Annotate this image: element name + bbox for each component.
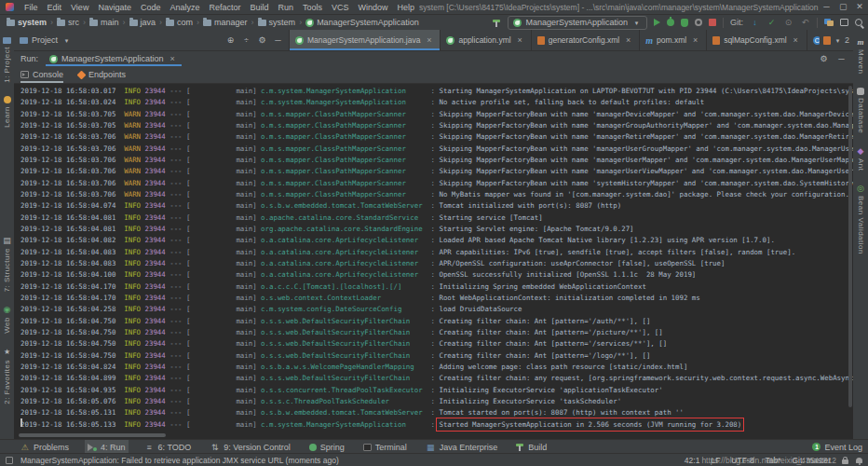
close-icon[interactable] [791, 35, 801, 45]
tool-window-button-maven[interactable]: mMaven [856, 37, 866, 75]
editor-tab-securityconfig-java[interactable]: CSecurityConfig.java [807, 30, 820, 50]
close-icon[interactable] [168, 54, 178, 63]
tool-window-button-build[interactable]: Build [513, 440, 549, 454]
settings-icon[interactable] [819, 54, 829, 63]
tool-window-button-6-todo[interactable]: 6: TODO [142, 440, 195, 454]
menu-view[interactable]: View [66, 3, 93, 12]
hide-tool-window-icon[interactable] [836, 54, 847, 63]
menu-vcs[interactable]: VCS [327, 3, 354, 12]
project-panel-header[interactable]: Project [14, 30, 290, 50]
tool-window-button-bean-validation[interactable]: Bean Validation [856, 184, 866, 254]
close-icon[interactable] [623, 35, 633, 45]
editor-tab-application-yml[interactable]: application.yml [441, 30, 531, 50]
settings-icon[interactable] [257, 35, 267, 45]
vertical-scrollbar[interactable] [848, 86, 852, 407]
tool-window-button-problems[interactable]: Problems [17, 440, 72, 454]
menu-file[interactable]: File [20, 3, 43, 12]
breadcrumb-item-managersystemapplication[interactable]: ManagerSystemApplication [305, 18, 420, 27]
log-line: 2019-12-18 16:58:04.083 INFO 23944 --- [… [20, 258, 853, 269]
log-line: 2019-12-18 16:58:03.706 WARN 23944 --- [… [20, 144, 853, 155]
vcs-commit-button[interactable] [766, 18, 777, 27]
editor-tab-sqlmapconfig-xml[interactable]: sqlMapConfig.xml [707, 30, 807, 50]
locate-file-icon[interactable] [225, 35, 236, 45]
breadcrumb-item-java[interactable]: java [129, 18, 157, 27]
tool-window-button-java-enterprise[interactable]: Java Enterprise [423, 440, 501, 454]
history-icon[interactable] [783, 18, 793, 27]
horizontal-scrollbar[interactable] [19, 433, 166, 437]
tool-window-button-terminal[interactable]: Terminal [360, 440, 410, 454]
hidden-tabs-chip[interactable]: 2 [820, 30, 853, 50]
right-tool-window-stripe: mMavenDatabaseAntBean Validation [852, 30, 868, 440]
breadcrumb-item-manager[interactable]: manager [202, 18, 249, 27]
breadcrumb-item-system[interactable]: system [257, 18, 297, 27]
menu-run[interactable]: Run [274, 3, 299, 12]
menu-edit[interactable]: Edit [43, 3, 67, 12]
menu-code[interactable]: Code [136, 3, 166, 12]
log-message: Root WebApplicationContext: initializati… [439, 294, 699, 302]
run-configuration-select[interactable]: ManagerSystemApplication [508, 16, 647, 30]
tool-window-button-spring[interactable]: Spring [306, 440, 347, 454]
profiler-button[interactable] [695, 19, 702, 26]
rollback-icon[interactable] [800, 18, 810, 27]
tool-window-button-2-favorites[interactable]: 2: Favorites [2, 347, 12, 404]
editor-tab-generatorconfig-xml[interactable]: generatorConfig.xml [532, 30, 641, 50]
tool-window-button-9-version-control[interactable]: 9: Version Control [207, 440, 293, 454]
main-area: Project ManagerSystemApplication.javaapp… [14, 30, 853, 440]
console-output[interactable]: 2019-12-18 16:58:03.017 INFO 23944 --- [… [14, 84, 853, 440]
status-utf-8[interactable]: UTF-8 [731, 456, 753, 465]
editor-tab-pom-xml[interactable]: mpom.xml [640, 30, 707, 50]
stop-button[interactable] [709, 19, 716, 26]
tool-window-button-learn[interactable]: Learn [3, 96, 11, 128]
lock-icon[interactable] [842, 459, 848, 464]
menu-window[interactable]: Window [354, 3, 393, 12]
coverage-button[interactable] [681, 19, 688, 27]
toggle-tool-window-bars-icon[interactable] [6, 457, 13, 464]
run-button[interactable] [654, 19, 660, 26]
maximize-button[interactable]: ▢ [834, 0, 851, 14]
status-42-1[interactable]: 42:1 [685, 456, 700, 465]
hide-panel-icon[interactable] [273, 35, 283, 45]
close-icon[interactable] [515, 35, 525, 45]
terminal-icon [363, 444, 372, 451]
tab-endpoints[interactable]: Endpoints [78, 66, 126, 83]
tool-window-button-1-project[interactable]: 1: Project [3, 37, 11, 83]
project-structure-icon[interactable] [824, 19, 834, 26]
status-lf[interactable]: LF [711, 456, 720, 465]
tool-window-button-web[interactable]: Web [2, 305, 12, 334]
build-hammer-icon[interactable] [493, 19, 501, 27]
tool-window-button-4-run[interactable]: 4: Run [85, 440, 129, 454]
menu-refactor[interactable]: Refactor [204, 3, 245, 12]
spring-boot-icon [49, 55, 58, 63]
breadcrumb-item-com[interactable]: com [165, 18, 194, 27]
close-icon[interactable] [690, 35, 700, 45]
search-everywhere-icon[interactable] [855, 19, 862, 26]
breadcrumb-item-main[interactable]: main [88, 18, 120, 27]
tool-window-button-ant[interactable]: Ant [856, 146, 866, 171]
notifications-bell-icon[interactable] [856, 458, 862, 463]
close-button[interactable]: ✕ [851, 0, 868, 14]
run-tab[interactable]: ManagerSystemApplication [46, 51, 182, 66]
status-git-master[interactable]: Git: master [792, 456, 831, 465]
event-log-button[interactable]: 1 Event Log [812, 443, 862, 452]
breadcrumb-item-src[interactable]: src [56, 18, 80, 27]
menu-analyze[interactable]: Analyze [165, 3, 204, 12]
vcs-update-button[interactable] [750, 18, 760, 27]
status-tab[interactable]: Tab* [765, 456, 780, 465]
menu-help[interactable]: Help [393, 3, 420, 12]
tool-window-button-database[interactable]: Database [856, 88, 866, 133]
menu-navigate[interactable]: Navigate [93, 3, 136, 12]
tab-console[interactable]: Console [20, 66, 63, 83]
menu-tools[interactable]: Tools [298, 3, 327, 12]
tool-window-button-7-structure[interactable]: 7: Structure [2, 236, 12, 292]
menu-build[interactable]: Build [245, 3, 273, 12]
spring-boot-icon [305, 19, 314, 27]
title-bar: FileEditViewNavigateCodeAnalyzeRefactorB… [0, 0, 868, 15]
minimize-button[interactable]: ─ [819, 0, 835, 14]
restore-layout-icon[interactable] [840, 19, 848, 26]
editor-tab-managersystemapplication-java[interactable]: ManagerSystemApplication.java [290, 30, 441, 50]
collapse-all-icon[interactable] [241, 35, 251, 45]
close-icon[interactable] [424, 35, 434, 45]
breadcrumb-item-system[interactable]: system [6, 18, 47, 27]
debug-button[interactable] [667, 19, 674, 26]
chevron-down-icon[interactable] [61, 35, 72, 46]
